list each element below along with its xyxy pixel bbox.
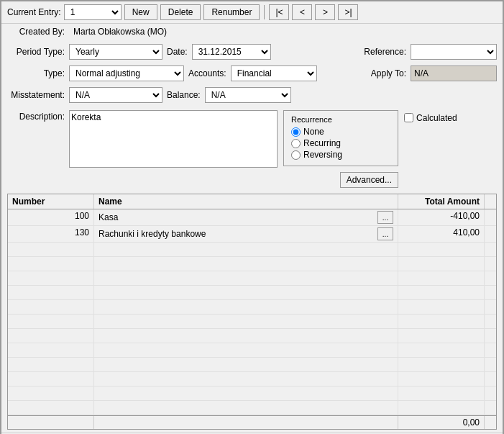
nav-last-button[interactable]: >| (338, 4, 358, 20)
renumber-button[interactable]: Renumber (203, 4, 260, 20)
new-button[interactable]: New (124, 4, 157, 20)
cell-name-text-1: Kasa (98, 212, 376, 222)
main-window: Current Entry: 1 New Delete Renumber |< … (0, 0, 504, 434)
recurring-radio[interactable] (291, 139, 301, 148)
col-number-header: Number (8, 194, 94, 209)
current-entry-select[interactable]: 1 (64, 4, 122, 20)
cell-number-1: 100 (8, 209, 94, 225)
recurring-radio-row: Recurring (291, 138, 390, 148)
col-name-header: Name (94, 194, 398, 209)
advanced-button[interactable]: Advanced... (340, 172, 398, 188)
reference-label: Reference: (364, 47, 406, 57)
cell-browse-btn-1[interactable]: ... (377, 211, 393, 224)
apply-to-value: N/A (411, 65, 497, 81)
empty-row (8, 401, 496, 415)
date-select[interactable]: 31.12.2015 (192, 44, 271, 60)
empty-row (8, 300, 496, 315)
total-name-empty (94, 416, 398, 429)
empty-row (8, 329, 496, 343)
table-row: 100 Kasa ... -410,00 (8, 209, 496, 226)
apply-to-label: Apply To: (371, 68, 406, 78)
period-row: Period Type: Yearly Monthly Quarterly Da… (1, 42, 503, 61)
accounts-label: Accounts: (188, 68, 226, 78)
description-label: Description: (7, 110, 65, 122)
recurring-label: Recurring (303, 138, 341, 148)
misstatement-select[interactable]: N/A (69, 87, 162, 103)
type-label: Type: (7, 68, 65, 78)
type-select[interactable]: Normal adjusting Other (69, 65, 184, 81)
total-value: 0,00 (398, 416, 485, 429)
period-type-label: Period Type: (7, 47, 65, 57)
cell-total-2: 410,00 (398, 226, 485, 242)
cell-browse-btn-2[interactable]: ... (377, 227, 393, 240)
created-by-row: Created By: Marta Obłakowska (MO) (1, 24, 503, 40)
cell-scroll-1 (485, 209, 496, 225)
current-entry-label: Current Entry: (7, 7, 61, 17)
journal-table: Number Name Total Amount 100 Kasa ... -4… (7, 194, 497, 430)
cell-scroll-2 (485, 226, 496, 242)
none-radio[interactable] (291, 127, 301, 137)
right-section: Recurrence None Recurring Reversing Adva… (283, 110, 398, 188)
col-total-header: Total Amount (398, 194, 485, 209)
calculated-area: Calculated (404, 110, 457, 188)
total-row: 0,00 (8, 415, 496, 429)
empty-row (8, 286, 496, 300)
empty-rows (8, 243, 496, 415)
total-scroll-empty (485, 416, 496, 429)
empty-row (8, 358, 496, 372)
none-label: None (303, 127, 324, 137)
delete-button[interactable]: Delete (160, 4, 201, 20)
reversing-radio[interactable] (291, 150, 301, 160)
empty-row (8, 372, 496, 386)
date-label: Date: (167, 47, 188, 57)
reference-select[interactable] (411, 44, 497, 60)
cell-name-1: Kasa ... (94, 209, 398, 225)
description-row: Description: Korekta (7, 110, 278, 188)
toolbar: Current Entry: 1 New Delete Renumber |< … (1, 1, 503, 24)
balance-select[interactable]: N/A (205, 87, 291, 103)
accounts-select[interactable]: Financial Other (231, 65, 317, 81)
advanced-row: Advanced... (283, 172, 398, 188)
recurrence-box: Recurrence None Recurring Reversing (283, 110, 398, 166)
nav-prev-button[interactable]: < (292, 4, 312, 20)
separator (264, 5, 265, 19)
cell-total-1: -410,00 (398, 209, 485, 225)
cell-number-2: 130 (8, 226, 94, 242)
balance-label: Balance: (167, 90, 201, 100)
description-textarea[interactable]: Korekta (69, 110, 278, 168)
misstatement-label: Misstatement: (7, 90, 65, 100)
nav-first-button[interactable]: |< (269, 4, 289, 20)
empty-row (8, 315, 496, 329)
type-row: Type: Normal adjusting Other Accounts: F… (1, 64, 503, 83)
scroll-spacer (485, 194, 496, 209)
reversing-label: Reversing (303, 150, 342, 160)
empty-row (8, 386, 496, 401)
recurrence-title: Recurrence (291, 115, 390, 124)
total-number-empty (8, 416, 94, 429)
none-radio-row: None (291, 127, 390, 137)
empty-row (8, 343, 496, 358)
created-by-value: Marta Obłakowska (MO) (73, 27, 167, 37)
cell-name-2: Rachunki i kredyty bankowe ... (94, 226, 398, 242)
nav-next-button[interactable]: > (315, 4, 335, 20)
mid-section: Description: Korekta Recurrence None Rec… (1, 107, 503, 191)
empty-row (8, 257, 496, 271)
created-by-label: Created By: (7, 27, 65, 37)
empty-row (8, 243, 496, 257)
misstatement-row: Misstatement: N/A Balance: N/A (1, 86, 503, 104)
calculated-checkbox[interactable] (404, 113, 413, 122)
calculated-label: Calculated (416, 113, 457, 123)
cell-name-text-2: Rachunki i kredyty bankowe (98, 229, 376, 239)
period-type-select[interactable]: Yearly Monthly Quarterly (69, 44, 162, 60)
table-header: Number Name Total Amount (8, 194, 496, 209)
table-row: 130 Rachunki i kredyty bankowe ... 410,0… (8, 226, 496, 243)
empty-row (8, 271, 496, 286)
reversing-radio-row: Reversing (291, 150, 390, 160)
